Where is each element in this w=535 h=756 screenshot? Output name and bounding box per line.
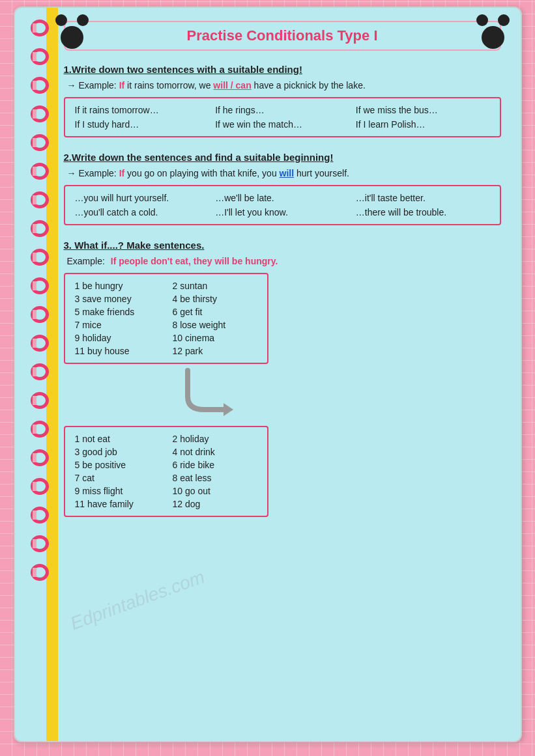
section-1-example: → Example: If it rains tomorrow, we will…	[67, 80, 501, 91]
spiral-ring	[31, 48, 49, 65]
list-item: 5 make friends	[75, 307, 166, 317]
mickey-right-icon	[475, 13, 511, 49]
list-item: 12 park	[173, 346, 257, 356]
title-box: Practise Conditionals Type I	[64, 21, 501, 51]
list-item: …I'll let you know.	[215, 207, 349, 217]
list-item: …you will hurt yourself.	[75, 193, 209, 203]
list-item: 2 suntan	[173, 281, 257, 291]
section-3-heading-text: 3. What if....? Make sentences.	[64, 240, 205, 251]
spiral-ring	[31, 421, 49, 438]
section-2-heading: 2.Write down the sentences and find a su…	[64, 152, 501, 163]
section-3: 3. What if....? Make sentences. Example:…	[64, 240, 501, 524]
list-item: 5 be positive	[75, 460, 166, 470]
list-item: If we win the match…	[215, 119, 349, 130]
curved-arrow-svg	[175, 367, 233, 419]
list-item: 4 be thirsty	[173, 294, 257, 304]
section-1: 1.Write down two sentences with a suitab…	[64, 64, 501, 137]
spiral-ring	[31, 478, 49, 495]
spiral-ring	[31, 249, 49, 266]
spiral-ring	[31, 335, 49, 352]
mickey-left-icon	[54, 13, 90, 49]
section-2-phrases-box: …you will hurt yourself. …we'll be late.…	[64, 185, 501, 225]
list-item: If I learn Polish…	[356, 119, 490, 130]
list-item: 3 save money	[75, 294, 166, 304]
spiral-ring	[31, 20, 49, 36]
section-2: 2.Write down the sentences and find a su…	[64, 152, 501, 225]
list-item: 2 holiday	[173, 434, 257, 444]
list-item: 7 mice	[75, 320, 166, 330]
section-1-heading: 1.Write down two sentences with a suitab…	[64, 64, 501, 75]
list-item: 6 ride bike	[173, 460, 257, 470]
spiral-ring	[31, 449, 49, 466]
spiral-ring	[31, 191, 49, 208]
spiral-ring	[31, 77, 49, 94]
spiral-ring	[31, 277, 49, 294]
page-title: Practise Conditionals Type I	[187, 27, 378, 44]
list-item: 8 lose weight	[173, 320, 257, 330]
section-3-box2-wrapper: 1 not eat 2 holiday 3 good job 4 not dri…	[64, 426, 268, 524]
list-item: If we miss the bus…	[356, 105, 490, 115]
list-item: 12 dog	[173, 499, 257, 509]
watermark: Edprintables.com	[68, 567, 207, 634]
list-item: 11 buy house	[75, 346, 166, 356]
spiral-ring	[31, 535, 49, 552]
list-item: …we'll be late.	[215, 193, 349, 203]
section-3-box2-grid: 1 not eat 2 holiday 3 good job 4 not dri…	[75, 434, 257, 509]
list-item: …there will be trouble.	[356, 207, 490, 217]
list-item: 10 cinema	[173, 333, 257, 343]
section-3-box1: 1 be hungry 2 suntan 3 save money 4 be t…	[64, 273, 268, 364]
section-2-example: → Example: If you go on playing with tha…	[67, 168, 501, 178]
spiral-ring	[31, 163, 49, 180]
section-3-layout: 1 be hungry 2 suntan 3 save money 4 be t…	[64, 273, 501, 524]
section-1-phrases-box: If it rains tomorrow… If he rings… If we…	[64, 97, 501, 137]
arrow-connector	[64, 367, 501, 419]
list-item: 6 get fit	[173, 307, 257, 317]
spiral-ring	[31, 363, 49, 380]
down-arrow-icon	[175, 367, 233, 419]
spiral-ring	[31, 134, 49, 151]
section-3-box1-grid: 1 be hungry 2 suntan 3 save money 4 be t…	[75, 281, 257, 356]
list-item: 4 not drink	[173, 447, 257, 457]
spiral-ring	[31, 306, 49, 323]
section-1-phrases-grid: If it rains tomorrow… If he rings… If we…	[75, 105, 490, 130]
list-item: 3 good job	[75, 447, 166, 457]
list-item: 10 go out	[173, 486, 257, 496]
list-item: 11 have family	[75, 499, 166, 509]
section-3-heading: 3. What if....? Make sentences.	[64, 240, 501, 251]
spiral-binding	[27, 8, 53, 741]
section-3-box2: 1 not eat 2 holiday 3 good job 4 not dri…	[64, 426, 268, 517]
list-item: If he rings…	[215, 105, 349, 115]
list-item: 7 cat	[75, 473, 166, 483]
list-item: 1 not eat	[75, 434, 166, 444]
arrow-symbol: → Example:	[67, 80, 119, 91]
section-2-phrases-grid: …you will hurt yourself. …we'll be late.…	[75, 193, 490, 217]
list-item: 8 eat less	[173, 473, 257, 483]
arrow-symbol: → Example:	[67, 168, 119, 178]
list-item: If I study hard…	[75, 119, 209, 130]
spiral-ring	[31, 507, 49, 524]
svg-marker-0	[224, 403, 233, 416]
list-item: 1 be hungry	[75, 281, 166, 291]
list-item: …you'll catch a cold.	[75, 207, 209, 217]
section-3-example: Example: If people don't eat, they will …	[67, 256, 501, 266]
list-item: 9 holiday	[75, 333, 166, 343]
spiral-ring	[31, 105, 49, 122]
list-item: 9 miss flight	[75, 486, 166, 496]
list-item: …it'll taste better.	[356, 193, 490, 203]
list-item: If it rains tomorrow…	[75, 105, 209, 115]
spiral-ring	[31, 564, 49, 581]
notebook: Practise Conditionals Type I 1.Write dow…	[14, 7, 522, 742]
spiral-ring	[31, 220, 49, 237]
spiral-ring	[31, 392, 49, 409]
